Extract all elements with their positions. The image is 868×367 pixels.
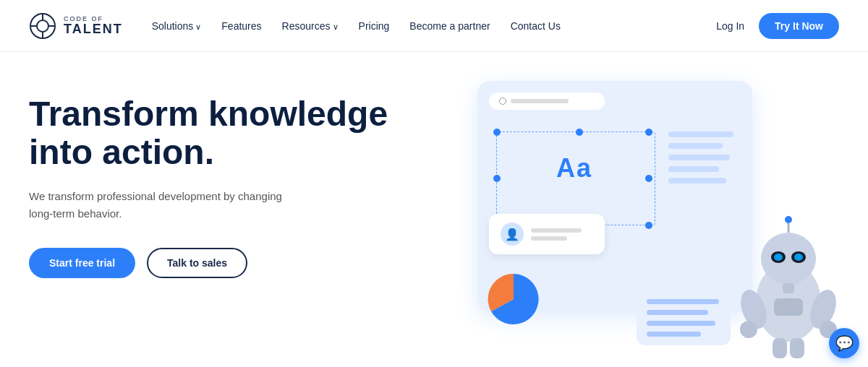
search-placeholder-line [511,99,569,103]
profile-line-2 [531,236,567,241]
chat-icon: 💬 [835,334,854,352]
navbar: CODE OF TALENT Solutions Features Resour… [0,0,868,52]
nav-links: Solutions Features Resources Pricing Bec… [152,20,717,32]
mockup-search [489,92,605,110]
list-line-2 [647,310,708,315]
corner-dot-tm [576,129,583,136]
svg-rect-21 [790,338,804,358]
corner-dot-ml [493,175,501,182]
profile-line-1 [531,228,582,233]
nav-solutions[interactable]: Solutions [152,20,202,32]
logo-icon [29,12,56,40]
mockup-right-lines [668,131,741,184]
svg-rect-20 [773,338,787,358]
hero-buttons: Start free trial Talk to sales [29,248,405,278]
start-trial-button[interactable]: Start free trial [29,248,135,278]
corner-dot-mr [645,175,652,182]
mockup-profile-lines [531,228,582,241]
right-line-4 [668,166,719,172]
hero-section: Transform knowledge into action. We tran… [0,52,868,367]
svg-point-10 [774,254,783,261]
logo[interactable]: CODE OF TALENT [29,12,123,40]
nav-actions: Log In Try It Now [716,13,839,39]
hero-illustration: Aa 👤 [434,52,868,367]
nav-pricing[interactable]: Pricing [359,20,390,32]
logo-text: CODE OF TALENT [64,16,123,35]
svg-rect-12 [783,283,794,293]
list-line-3 [647,321,715,326]
mockup-avatar: 👤 [501,223,524,246]
svg-point-1 [37,20,48,32]
mockup-profile-card: 👤 [489,214,605,254]
robot-illustration [731,201,846,360]
aa-typography-label: Aa [556,153,592,184]
hero-subtitle: We transform professional development by… [29,188,289,223]
svg-point-7 [761,233,816,285]
logo-talent: TALENT [64,22,123,35]
svg-rect-19 [774,298,803,316]
nav-contact[interactable]: Contact Us [511,20,561,32]
mockup-right-panel [668,124,741,269]
pie-chart [485,270,542,328]
nav-features[interactable]: Features [221,20,261,32]
mockup-list-card [637,290,731,345]
svg-point-11 [794,254,803,261]
nav-partner[interactable]: Become a partner [409,20,490,32]
search-icon [499,98,506,105]
nav-resources[interactable]: Resources [282,20,339,32]
hero-content: Transform knowledge into action. We tran… [29,88,405,278]
svg-point-18 [785,216,792,223]
talk-to-sales-button[interactable]: Talk to sales [147,248,247,278]
chat-bubble-button[interactable]: 💬 [829,328,859,358]
mockup-body: Aa 👤 [489,124,741,269]
robot-svg [731,201,846,360]
try-it-now-button[interactable]: Try It Now [759,13,839,39]
list-line-4 [647,332,701,337]
list-line-1 [647,299,719,304]
chart-area [485,270,542,331]
right-line-1 [668,131,733,137]
corner-dot-tl [493,129,501,136]
login-link[interactable]: Log In [716,20,744,32]
svg-point-15 [740,321,757,338]
corner-dot-tr [645,129,652,136]
corner-dot-br [645,222,652,229]
right-line-3 [668,155,730,160]
right-line-2 [668,143,723,149]
mockup-main: Aa 👤 [489,124,660,269]
hero-title: Transform knowledge into action. [29,95,405,172]
right-line-5 [668,178,726,184]
